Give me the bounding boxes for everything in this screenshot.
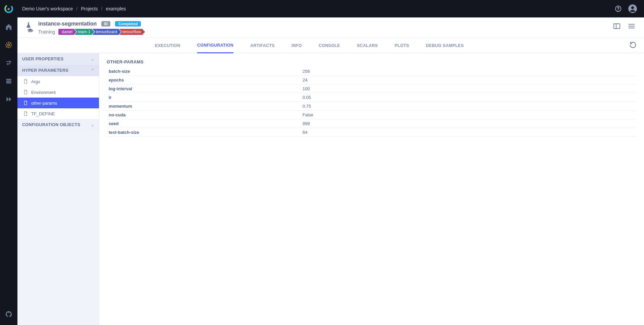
param-row[interactable]: epochs24 bbox=[107, 76, 637, 85]
nav-experiments-icon[interactable] bbox=[4, 40, 13, 50]
side-item-args[interactable]: Args bbox=[17, 76, 99, 87]
left-nav bbox=[0, 17, 17, 325]
nav-deploy-icon[interactable] bbox=[4, 95, 13, 104]
user-avatar-icon[interactable] bbox=[628, 4, 637, 13]
chevron-down-icon: ⌄ bbox=[91, 57, 94, 61]
param-key: test-batch-size bbox=[107, 130, 303, 135]
document-icon bbox=[23, 100, 28, 106]
svg-point-7 bbox=[8, 44, 10, 46]
tab-debug-samples[interactable]: DEBUG SAMPLES bbox=[426, 38, 464, 53]
clearml-logo-icon: c bbox=[4, 4, 14, 14]
param-key: momentum bbox=[107, 104, 303, 109]
tab-configuration[interactable]: CONFIGURATION bbox=[197, 38, 234, 53]
breadcrumb-workspace[interactable]: Demo User's workspace bbox=[22, 6, 73, 11]
side-section-label: CONFIGURATION OBJECTS bbox=[22, 122, 80, 127]
param-key: lr bbox=[107, 95, 303, 100]
param-key: epochs bbox=[107, 77, 303, 83]
chevron-down-icon: ⌄ bbox=[91, 122, 94, 127]
id-badge[interactable]: ID bbox=[101, 21, 110, 26]
document-icon bbox=[23, 90, 28, 95]
chevron-up-icon: ⌃ bbox=[91, 68, 94, 73]
side-section-hyper-parameters[interactable]: HYPER PARAMETERS ⌃ bbox=[17, 65, 99, 76]
tab-execution[interactable]: EXECUTION bbox=[155, 38, 180, 53]
params-table: batch-size256epochs24log-interval100lr0.… bbox=[107, 67, 637, 137]
param-key: log-interval bbox=[107, 86, 303, 91]
side-item-tf-define[interactable]: TF_DEFINE bbox=[17, 108, 99, 119]
tab-scalars[interactable]: SCALARS bbox=[357, 38, 378, 53]
param-row[interactable]: lr0.05 bbox=[107, 93, 637, 102]
param-row[interactable]: test-batch-size64 bbox=[107, 128, 637, 137]
graduation-cap-icon bbox=[27, 28, 34, 32]
side-section-user-properties[interactable]: USER PROPERTIES ⌄ bbox=[17, 53, 99, 65]
breadcrumb: Demo User's workspace / Projects / examp… bbox=[22, 6, 126, 11]
help-icon[interactable] bbox=[614, 5, 622, 12]
param-value: 100 bbox=[303, 86, 310, 91]
param-key: no-cuda bbox=[107, 112, 303, 117]
main-area: instance-segmentation ID Completed Train… bbox=[17, 17, 644, 325]
document-icon bbox=[23, 79, 28, 84]
side-section-configuration-objects[interactable]: CONFIGURATION OBJECTS ⌄ bbox=[17, 119, 99, 130]
tag-item[interactable]: daniel bbox=[58, 29, 76, 35]
breadcrumb-projects[interactable]: Projects bbox=[81, 6, 98, 11]
params-title: OTHER-PARAMS bbox=[107, 59, 637, 64]
flask-icon bbox=[25, 21, 32, 29]
param-row[interactable]: no-cudaFalse bbox=[107, 111, 637, 119]
experiment-header: instance-segmentation ID Completed Train… bbox=[17, 17, 644, 38]
side-item-label: Args bbox=[31, 79, 40, 84]
param-row[interactable]: batch-size256 bbox=[107, 67, 637, 76]
nav-datasets-icon[interactable] bbox=[4, 76, 13, 86]
svg-text:c: c bbox=[8, 6, 10, 11]
svg-rect-12 bbox=[614, 24, 620, 29]
svg-point-6 bbox=[631, 6, 634, 9]
param-row[interactable]: log-interval100 bbox=[107, 85, 637, 93]
experiment-kind: Training bbox=[38, 29, 55, 35]
nav-pipelines-icon[interactable] bbox=[4, 58, 13, 68]
tag-item[interactable]: team-1 bbox=[74, 29, 94, 35]
svg-rect-9 bbox=[6, 79, 11, 80]
config-side-panel: USER PROPERTIES ⌄ HYPER PARAMETERS ⌃ Arg… bbox=[17, 53, 99, 325]
side-item-label: Environment bbox=[31, 90, 56, 95]
document-icon bbox=[23, 111, 28, 116]
tag-item[interactable]: tensorboard bbox=[92, 29, 121, 35]
param-value: 24 bbox=[303, 77, 307, 83]
param-value: 256 bbox=[303, 69, 310, 74]
tag-item[interactable]: tensorflow bbox=[119, 29, 145, 35]
side-section-label: USER PROPERTIES bbox=[22, 57, 63, 61]
tab-plots[interactable]: PLOTS bbox=[395, 38, 409, 53]
nav-github-icon[interactable] bbox=[4, 310, 13, 319]
tab-bar: EXECUTION CONFIGURATION ARTIFACTS INFO C… bbox=[17, 38, 644, 53]
param-row[interactable]: seed999 bbox=[107, 119, 637, 128]
side-section-label: HYPER PARAMETERS bbox=[22, 68, 68, 73]
tab-info[interactable]: INFO bbox=[291, 38, 302, 53]
experiment-type-icon bbox=[23, 21, 34, 32]
top-bar: c Demo User's workspace / Projects / exa… bbox=[0, 0, 644, 17]
svg-rect-11 bbox=[6, 82, 11, 83]
param-value: 0.75 bbox=[303, 104, 311, 109]
param-value: False bbox=[303, 112, 313, 117]
hyper-params-list: Args Environment other-params TF_DEFINE bbox=[17, 76, 99, 119]
side-item-label: TF_DEFINE bbox=[31, 111, 55, 116]
param-key: seed bbox=[107, 121, 303, 126]
refresh-icon[interactable] bbox=[629, 41, 637, 49]
menu-icon[interactable] bbox=[628, 23, 635, 29]
side-item-other-params[interactable]: other-params bbox=[17, 98, 99, 108]
tag-list: daniel team-1 tensorboard tensorflow bbox=[58, 29, 145, 35]
layout-toggle-icon[interactable] bbox=[613, 23, 621, 30]
tab-artifacts[interactable]: ARTIFACTS bbox=[250, 38, 275, 53]
svg-rect-10 bbox=[6, 80, 11, 82]
param-value: 999 bbox=[303, 121, 310, 126]
side-item-environment[interactable]: Environment bbox=[17, 87, 99, 98]
svg-point-4 bbox=[618, 10, 619, 11]
param-key: batch-size bbox=[107, 69, 303, 74]
param-value: 0.05 bbox=[303, 95, 311, 100]
tab-console[interactable]: CONSOLE bbox=[319, 38, 340, 53]
param-row[interactable]: momentum0.75 bbox=[107, 102, 637, 111]
breadcrumb-separator: / bbox=[76, 6, 77, 11]
nav-home-icon[interactable] bbox=[4, 22, 13, 32]
status-badge: Completed bbox=[115, 21, 141, 26]
breadcrumb-project[interactable]: examples bbox=[106, 6, 126, 11]
breadcrumb-separator: / bbox=[101, 6, 103, 11]
params-area: OTHER-PARAMS batch-size256epochs24log-in… bbox=[99, 53, 644, 325]
experiment-title: instance-segmentation bbox=[38, 21, 97, 27]
app-logo[interactable]: c bbox=[0, 4, 17, 14]
